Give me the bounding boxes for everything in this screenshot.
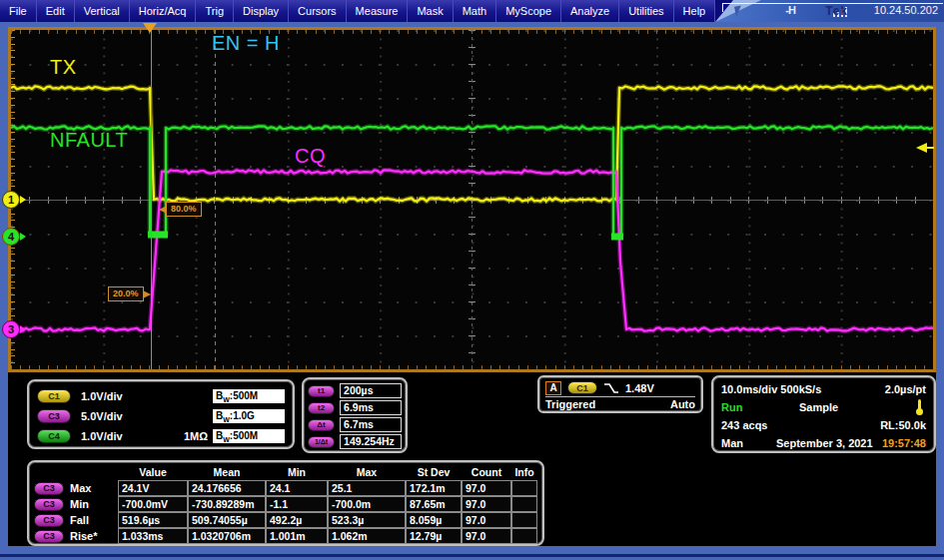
inv-dt-pill[interactable]: 1/Δt: [308, 436, 335, 448]
col-header-stdev: St Dev: [406, 464, 462, 480]
label-cq: CQ: [295, 145, 326, 168]
c1-pill[interactable]: C1: [37, 389, 71, 403]
meas-row-label: C3 Fall: [34, 512, 118, 528]
meas-cell: 97.0: [462, 480, 511, 496]
falling-edge-icon: [603, 382, 619, 394]
cursor-1-line[interactable]: [151, 30, 152, 369]
acq-mode[interactable]: Sample: [799, 401, 838, 413]
meas-source-pill[interactable]: C3: [34, 498, 64, 511]
record-length: RL:50.0k: [880, 419, 926, 431]
meas-cell: 97.0: [462, 496, 511, 512]
menu-help[interactable]: Help: [674, 0, 716, 22]
meas-row-label: C3 Min: [34, 496, 118, 512]
t2-value: 6.9ms: [340, 400, 402, 415]
c4-pill[interactable]: C4: [37, 429, 71, 443]
meas-row-label: C3 Max: [34, 480, 118, 496]
menu-horiz-acq[interactable]: Horiz/Acq: [130, 0, 197, 22]
menu-measure[interactable]: Measure: [347, 0, 409, 22]
cursor-dt-row: Δt 6.7ms: [308, 416, 402, 433]
col-header-info: Info: [511, 464, 537, 480]
thermometer-icon: [915, 399, 924, 415]
meas-name[interactable]: Max: [70, 482, 91, 494]
ref-level-high-tag: 80.0%: [166, 202, 202, 217]
cursor-freq-row: 1/Δt 149.254Hz: [308, 433, 402, 450]
c4-bandwidth[interactable]: BW:500M: [213, 429, 285, 443]
oscilloscope-screen: File Edit Vertical Horiz/Acq Trig Displa…: [0, 0, 944, 560]
meas-name[interactable]: Min: [70, 498, 89, 510]
acq-state[interactable]: Run: [721, 401, 742, 413]
c4-scale[interactable]: 1.0V/div: [81, 430, 123, 442]
meas-cell: 97.0: [462, 512, 511, 528]
t1-value: 200µs: [340, 383, 402, 398]
trigger-a-box[interactable]: A: [545, 381, 561, 395]
t1-pill[interactable]: t1: [308, 385, 335, 397]
menu-cursors[interactable]: Cursors: [289, 0, 347, 22]
waveform-traces: [11, 30, 933, 369]
meas-name[interactable]: Fall: [70, 514, 89, 526]
menu-analyze[interactable]: Analyze: [561, 0, 619, 22]
col-header-value: Value: [118, 464, 188, 480]
menu-vertical[interactable]: Vertical: [75, 0, 130, 22]
c3-pill[interactable]: C3: [37, 409, 71, 423]
meas-source-pill[interactable]: C3: [34, 482, 64, 495]
menu-edit[interactable]: Edit: [37, 0, 75, 22]
trigger-mode[interactable]: Auto: [670, 398, 695, 410]
window-corner-line: [722, 3, 943, 12]
meas-cell: [511, 512, 537, 528]
measurement-table: Value Mean Min Max St Dev Count Info C3 …: [34, 464, 537, 544]
menu-trig[interactable]: Trig: [196, 0, 234, 22]
bottom-edge-line: [0, 554, 944, 557]
channel-3-marker[interactable]: 3: [2, 320, 20, 338]
c3-bandwidth[interactable]: BW:1.0G: [213, 409, 285, 423]
cursor-readout-panel: t1 200µs t2 6.9ms Δt 6.7ms 1/Δt 149.254H…: [302, 377, 408, 453]
label-en-h: EN = H: [212, 32, 280, 55]
meas-cell: 509.74055µ: [188, 512, 266, 528]
meas-cell: 24.1: [266, 480, 328, 496]
col-header-mean: Mean: [188, 464, 266, 480]
channel-readout-panel: C1 1.0V/div BW:500M C3 5.0V/div BW:1.0G …: [27, 379, 295, 449]
channel-row-c3: C3 5.0V/div BW:1.0G: [37, 406, 285, 426]
meas-row-label: C3 Rise*: [34, 528, 118, 544]
menu-display[interactable]: Display: [234, 0, 289, 22]
channel-row-c4: C4 1.0V/div 1MΩ BW:500M: [37, 426, 285, 446]
graticule-frame: TX EN = H NFAULT CQ 80.0% 20.0%: [8, 27, 936, 372]
channel-1-marker[interactable]: 1: [2, 191, 20, 209]
meas-cell: -700.0mV: [118, 496, 188, 512]
cursor-2-line[interactable]: [215, 30, 216, 369]
trigger-source-pill[interactable]: C1: [567, 381, 597, 394]
meas-cell: 24.176656: [188, 480, 266, 496]
meas-source-pill[interactable]: C3: [34, 530, 64, 543]
c1-scale[interactable]: 1.0V/div: [81, 390, 123, 402]
label-nfault: NFAULT: [50, 129, 128, 152]
meas-source-pill[interactable]: C3: [34, 514, 64, 527]
meas-cell: 24.1V: [118, 480, 188, 496]
t2-pill[interactable]: t2: [308, 402, 335, 414]
time-readout: 19:57:48: [882, 437, 926, 449]
dt-pill[interactable]: Δt: [308, 419, 335, 431]
trigger-level-value[interactable]: 1.48V: [625, 382, 654, 394]
channel-row-c1: C1 1.0V/div BW:500M: [37, 386, 285, 406]
menu-math[interactable]: Math: [454, 0, 496, 22]
graticule: TX EN = H NFAULT CQ 80.0% 20.0%: [11, 30, 933, 369]
meas-cell: 1.0320706m: [188, 528, 266, 544]
c3-scale[interactable]: 5.0V/div: [81, 410, 123, 422]
date-readout: September 3, 2021: [776, 437, 873, 449]
trigger-level-arrow[interactable]: [916, 143, 927, 153]
menu-file[interactable]: File: [0, 0, 37, 22]
col-header-count: Count: [462, 464, 511, 480]
menu-mask[interactable]: Mask: [408, 0, 453, 22]
meas-cell: 1.062m: [328, 528, 406, 544]
timebase-readout[interactable]: 10.0ms/div 500kS/s: [721, 383, 821, 395]
acquisition-readout-panel: 10.0ms/div 500kS/s 2.0µs/pt Run Sample 2…: [711, 375, 936, 453]
meas-cell: 1.001m: [266, 528, 328, 544]
c1-bandwidth[interactable]: BW:500M: [213, 389, 285, 403]
meas-name[interactable]: Rise*: [70, 530, 98, 542]
menu-utilities[interactable]: Utilities: [619, 0, 673, 22]
col-header-max: Max: [328, 464, 406, 480]
meas-cell: [511, 496, 537, 512]
trigger-position-marker[interactable]: [143, 23, 157, 33]
menu-myscope[interactable]: MyScope: [496, 0, 561, 22]
meas-cell: 12.79µ: [406, 528, 462, 544]
channel-4-marker[interactable]: 4: [2, 228, 20, 246]
meas-cell: 87.65m: [406, 496, 462, 512]
